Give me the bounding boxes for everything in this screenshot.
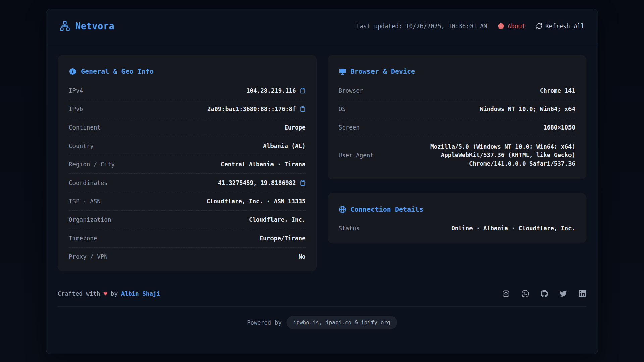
browser-device-card: Browser & Device Browser Chrome 141 OS W… (328, 55, 587, 179)
right-column: Browser & Device Browser Chrome 141 OS W… (328, 55, 587, 243)
monitor-icon (339, 68, 346, 75)
author-link[interactable]: Albin Shaji (121, 290, 160, 297)
row-label: OS (339, 106, 346, 112)
row-label: User Agent (339, 152, 374, 159)
table-row: IPv6 2a09:bac1:3680:88::176:8f (69, 100, 306, 118)
crafted-prefix: Crafted with (58, 290, 100, 297)
row-label: IPv6 (69, 106, 83, 112)
crafted-by: by (111, 290, 118, 297)
connection-details-card: Connection Details Status Online · Alban… (328, 193, 587, 243)
row-label: Screen (339, 124, 360, 131)
table-row: Country Albania (AL) (69, 137, 306, 155)
row-label: Status (339, 225, 360, 232)
clipboard-icon (300, 88, 306, 94)
table-row: Timezone Europe/Tirane (69, 229, 306, 248)
whatsapp-icon[interactable] (522, 290, 529, 297)
row-value: Central Albania · Tirana (221, 161, 306, 168)
brand: Netvora (60, 21, 114, 31)
row-value: Cloudflare, Inc. (249, 216, 306, 223)
table-row: IPv4 104.28.219.116 (69, 82, 306, 100)
coordinates-value: 41.3275459, 19.8186982 (218, 179, 296, 186)
row-value: 2a09:bac1:3680:88::176:8f (207, 106, 305, 112)
last-updated-text: Last updated: 10/26/2025, 10:36:01 AM (356, 23, 487, 30)
instagram-icon[interactable] (502, 290, 510, 297)
browser-device-title: Browser & Device (339, 65, 576, 82)
powered-by-row: Powered by ipwho.is, ipapi.co & ipify.or… (46, 307, 598, 339)
row-label: Organization (69, 216, 111, 223)
table-row: Browser Chrome 141 (339, 82, 576, 100)
row-value: Windows NT 10.0; Win64; x64 (480, 106, 575, 112)
content-grid: General & Geo Info IPv4 104.28.219.116 I… (46, 43, 598, 271)
twitter-icon[interactable] (560, 290, 567, 297)
card-title-text: Browser & Device (351, 67, 415, 75)
table-row: Status Online · Albania · Cloudflare, In… (339, 219, 576, 238)
row-value: 104.28.219.116 (246, 87, 306, 94)
refresh-all-button[interactable]: Refresh All (536, 23, 584, 30)
row-value: Chrome 141 (540, 87, 575, 94)
powered-by-badge: ipwho.is, ipapi.co & ipify.org (287, 316, 397, 329)
connection-details-title: Connection Details (339, 203, 576, 219)
row-value: Cloudflare, Inc. · ASN 13335 (206, 198, 305, 205)
table-row: Screen 1680×1050 (339, 118, 576, 137)
row-label: Browser (339, 87, 363, 94)
info-circle-icon (498, 23, 504, 30)
linkedin-icon[interactable] (579, 290, 586, 297)
user-agent-value: Mozilla/5.0 (Windows NT 10.0; Win64; x64… (417, 143, 575, 168)
copy-ipv4-button[interactable] (300, 88, 306, 94)
network-logo-icon (60, 21, 70, 31)
row-label: IPv4 (69, 87, 83, 94)
row-value: No (298, 253, 305, 260)
row-value: Albania (AL) (263, 143, 305, 149)
table-row: Region / City Central Albania · Tirana (69, 155, 306, 174)
heart-icon: ♥ (103, 290, 107, 297)
table-row: Coordinates 41.3275459, 19.8186982 (69, 174, 306, 192)
row-label: ISP · ASN (69, 198, 101, 205)
main-card: Netvora Last updated: 10/26/2025, 10:36:… (46, 9, 598, 354)
row-label: Region / City (69, 161, 115, 168)
ipv6-value: 2a09:bac1:3680:88::176:8f (207, 106, 296, 112)
table-row: ISP · ASN Cloudflare, Inc. · ASN 13335 (69, 192, 306, 211)
row-label: Country (69, 143, 94, 149)
table-row: OS Windows NT 10.0; Win64; x64 (339, 100, 576, 118)
app-title: Netvora (75, 21, 114, 31)
info-circle-icon (69, 68, 77, 75)
powered-by-label: Powered by (247, 319, 281, 326)
refresh-icon (536, 23, 542, 29)
status-value: Online · Albania · Cloudflare, Inc. (451, 225, 575, 232)
clipboard-icon (300, 180, 306, 186)
crafted-text: Crafted with ♥ by Albin Shaji (58, 290, 160, 297)
row-label: Proxy / VPN (69, 253, 108, 260)
geo-info-card: General & Geo Info IPv4 104.28.219.116 I… (58, 55, 317, 271)
table-row: Organization Cloudflare, Inc. (69, 211, 306, 229)
row-value: 41.3275459, 19.8186982 (218, 179, 306, 186)
card-title-text: General & Geo Info (81, 67, 154, 75)
about-label: About (507, 23, 525, 30)
table-row: User Agent Mozilla/5.0 (Windows NT 10.0;… (339, 137, 576, 174)
github-icon[interactable] (541, 290, 548, 297)
globe-icon (339, 206, 346, 213)
table-row: Continent Europe (69, 118, 306, 137)
clipboard-icon (300, 106, 306, 112)
copy-coordinates-button[interactable] (300, 180, 306, 186)
table-row: Proxy / VPN No (69, 248, 306, 266)
about-button[interactable]: About (498, 23, 525, 30)
card-title-text: Connection Details (351, 205, 424, 213)
row-value: 1680×1050 (543, 124, 575, 131)
row-value: Europe (284, 124, 305, 131)
row-label: Coordinates (69, 179, 108, 186)
ipv4-value: 104.28.219.116 (246, 87, 296, 94)
geo-info-title: General & Geo Info (69, 65, 306, 82)
row-value: Europe/Tirane (260, 235, 306, 242)
footer: Crafted with ♥ by Albin Shaji (46, 283, 598, 304)
row-label: Timezone (69, 235, 97, 242)
social-links (502, 290, 586, 297)
header-actions: Last updated: 10/26/2025, 10:36:01 AM Ab… (356, 23, 584, 30)
refresh-all-label: Refresh All (545, 23, 584, 30)
header: Netvora Last updated: 10/26/2025, 10:36:… (46, 9, 598, 43)
copy-ipv6-button[interactable] (300, 106, 306, 112)
row-label: Continent (69, 124, 101, 131)
